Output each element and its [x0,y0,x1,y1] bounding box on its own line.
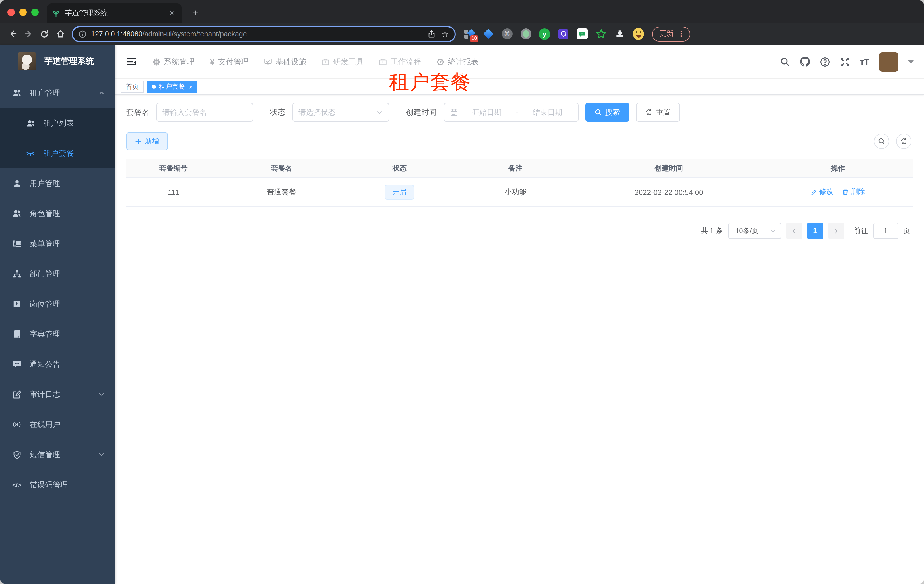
pagination-total: 共 1 条 [701,226,723,236]
navbar-right: тT [780,52,914,71]
topnav-item-workflow[interactable]: 工作流程 [379,57,421,67]
user-avatar[interactable] [879,52,898,71]
shield-check-icon [12,450,21,459]
edit-link[interactable]: 修改 [811,188,833,197]
end-date-placeholder: 结束日期 [523,107,572,117]
new-tab-button[interactable]: + [189,6,203,20]
font-size-icon[interactable]: тT [860,57,870,67]
github-icon[interactable] [800,56,810,67]
status-filter-select[interactable]: 请选择状态 [292,103,389,122]
reload-button[interactable] [36,26,52,42]
tag-home[interactable]: 首页 [120,81,144,93]
topnav-item-infrastructure[interactable]: 基础设施 [264,57,306,67]
share-icon[interactable] [427,30,436,38]
chat-extension-icon[interactable] [576,28,588,39]
table-header-row: 套餐编号 套餐名 状态 备注 创建时间 操作 [126,159,912,178]
user-icon [12,179,21,188]
table-row[interactable]: 111 普通套餐 开启 小功能 2022-02-22 00:54:00 修改 [126,178,912,207]
extensions-bar: 10 ⌘ y [464,28,644,39]
sidebar-item-menu-management[interactable]: 菜单管理 [0,229,115,259]
plus-icon [135,138,142,145]
col-header-actions: 操作 [763,163,912,173]
browser-menu-icon[interactable]: ⋮ [678,30,685,38]
minimize-window-button[interactable] [19,8,27,16]
sidebar-item-sms-management[interactable]: 短信管理 [0,439,115,470]
search-icon [878,138,885,145]
help-icon[interactable] [820,57,830,67]
refresh-table-button[interactable] [896,133,911,149]
sidebar-item-audit-log[interactable]: 审计日志 [0,379,115,410]
recorder-extension-icon[interactable] [520,28,531,39]
toggle-search-button[interactable] [874,133,889,149]
tag-tenant-package[interactable]: 租户套餐 × [147,81,197,93]
name-filter-input[interactable]: 请输入套餐名 [156,103,253,122]
extensions-puzzle-icon[interactable] [614,28,625,39]
trash-icon [842,189,849,196]
back-button[interactable] [5,26,20,42]
topnav-item-devtools[interactable]: 研发工具 [322,57,364,67]
next-page-button[interactable] [828,223,844,239]
bookmark-star-icon[interactable]: ☆ [441,29,449,39]
extension-badge: 10 [470,35,478,42]
refresh-icon [645,109,652,116]
command-extension-icon[interactable]: ⌘ [501,28,513,39]
url-text: 127.0.0.1:48080/admin-ui/system/tenant/p… [91,30,427,38]
page-size-select[interactable]: 10条/页 [728,223,781,239]
sidebar-item-error-code[interactable]: </> 错误码管理 [0,470,115,500]
browser-tab[interactable]: 芋道管理系统 × [47,3,182,23]
prev-page-button[interactable] [786,223,802,239]
sidebar-item-dept-management[interactable]: 部门管理 [0,259,115,289]
refresh-icon [900,138,908,145]
close-window-button[interactable] [7,8,15,16]
window-controls [7,8,39,16]
star-extension-icon[interactable] [595,28,607,39]
sidebar-item-notice[interactable]: 通知公告 [0,349,115,379]
message-bubble-icon [12,360,21,369]
y-extension-icon[interactable]: y [539,28,550,39]
delete-link[interactable]: 删除 [842,188,865,197]
tab-manager-extension-icon[interactable]: 10 [464,28,475,39]
search-icon[interactable] [780,57,790,67]
zoom-window-button[interactable] [31,8,39,16]
page-suffix: 页 [903,226,910,236]
sidebar-item-tenant-package[interactable]: 租户套餐 [0,138,115,168]
topnav-item-system[interactable]: 系统管理 [152,57,195,67]
avatar-dropdown-caret[interactable] [908,60,914,63]
sidebar-item-user-management[interactable]: 用户管理 [0,168,115,199]
sidebar-item-tenant-list[interactable]: 租户列表 [0,108,115,138]
calendar-icon [450,109,458,116]
sidebar-collapse-icon[interactable] [123,53,140,70]
tags-view-bar: 首页 租户套餐 × [115,79,924,95]
kite-extension-icon[interactable] [482,28,494,39]
date-range-picker[interactable]: 开始日期 - 结束日期 [444,103,578,122]
current-page-button[interactable]: 1 [807,223,823,239]
app-title: 芋道管理系统 [45,56,94,66]
url-bar[interactable]: 127.0.0.1:48080/admin-ui/system/tenant/p… [72,26,456,42]
shield-extension-icon[interactable] [558,28,569,39]
topnav-item-reports[interactable]: 统计报表 [437,57,479,67]
add-button[interactable]: 新增 [126,133,168,150]
site-info-icon[interactable] [79,30,86,38]
tag-close-icon[interactable]: × [189,83,193,90]
fullscreen-icon[interactable] [840,57,850,67]
forward-button[interactable] [20,26,36,42]
sidebar-item-online-users[interactable]: 在线用户 [0,410,115,439]
tab-close-icon[interactable]: × [167,8,177,18]
reset-button[interactable]: 重置 [636,103,680,122]
sidebar-item-tenant-management[interactable]: 租户管理 [0,78,115,108]
home-button[interactable] [52,26,68,42]
yen-icon: ¥ [210,57,215,67]
topnav-item-payment[interactable]: ¥ 支付管理 [210,57,249,67]
site-favicon [52,9,60,17]
search-button[interactable]: 搜索 [585,103,629,122]
sidebar-item-post-management[interactable]: 岗位管理 [0,289,115,319]
goto-page-input[interactable]: 1 [873,223,898,239]
sidebar-item-dict-management[interactable]: 字典管理 [0,319,115,349]
sidebar-logo[interactable]: 芋道管理系统 [0,47,115,74]
broadcast-user-icon [12,419,21,429]
profile-avatar-icon[interactable] [633,28,644,39]
sidebar-item-role-management[interactable]: 角色管理 [0,199,115,229]
start-date-placeholder: 开始日期 [462,107,512,117]
browser-update-button[interactable]: 更新 ⋮ [652,26,690,41]
browser-toolbar: 127.0.0.1:48080/admin-ui/system/tenant/p… [0,23,924,45]
